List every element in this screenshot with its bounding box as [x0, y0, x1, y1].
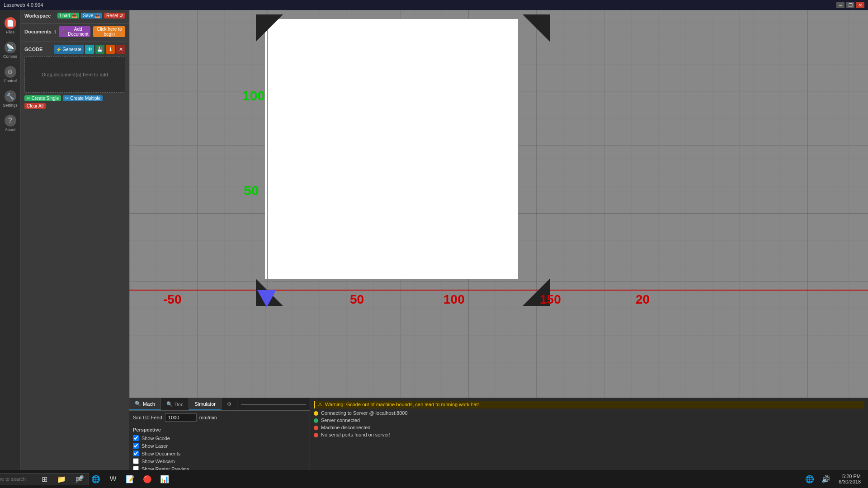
window-controls: – ❐ ✕ [836, 2, 864, 8]
tab-sim-icon[interactable]: ⚙ [222, 398, 237, 410]
drag-drop-area: Drag document(s) here to add [24, 56, 125, 93]
sidebar-item-files[interactable]: 📄 Files [0, 14, 21, 38]
gcode-icon-btn-3[interactable]: ⬇ [106, 45, 115, 54]
show-gcode-label: Show Gcode [142, 436, 170, 441]
warning-icon: ⚠ [318, 402, 322, 408]
show-webcam-row: Show Webcam [133, 457, 306, 465]
status-text-machine: Machine disconnected [321, 425, 370, 430]
show-laser-label: Show Laser [142, 443, 168, 449]
gcode-action-buttons: ✂ Create Single ✂ Create Multiple Clear … [24, 95, 125, 109]
status-dot-serial [314, 433, 318, 437]
sim-settings-icon: ⚙ [227, 401, 231, 407]
about-icon: ? [5, 115, 16, 127]
click-here-button[interactable]: Click here to begin [93, 26, 125, 37]
taskbar-clock: 5:20 PM 6/30/2018 [835, 474, 864, 484]
svg-text:150: 150 [540, 292, 561, 306]
status-text-serial: No serial ports found on server! [321, 432, 390, 437]
status-area: ⚠ Warning: Gcode out of machine bounds, … [310, 398, 868, 477]
show-documents-checkbox[interactable] [133, 450, 139, 456]
status-dot-machine [314, 426, 318, 430]
sidebar-item-files-label: Files [6, 30, 14, 34]
create-single-button[interactable]: ✂ Create Single [24, 95, 61, 101]
show-documents-row: Show Documents [133, 450, 306, 457]
workspace-buttons: Load 📥 Save 📤 Reset ↺ [57, 13, 125, 19]
maximize-button[interactable]: ❐ [846, 2, 854, 8]
generate-button[interactable]: ⚡ Generate [54, 45, 84, 54]
files-icon: 📄 [5, 17, 16, 29]
svg-text:20: 20 [636, 292, 650, 306]
tab-mach-label: Mach [143, 401, 155, 407]
left-tab-bar: 🔍 Mach 🔍 Doc Simulator ⚙ [129, 398, 310, 411]
status-warning: ⚠ Warning: Gcode out of machine bounds, … [314, 401, 864, 408]
taskbar-file-explorer[interactable]: 📁 [54, 472, 69, 486]
search-icon-mach: 🔍 [135, 401, 141, 407]
sidebar-item-about-label: About [5, 127, 16, 132]
gcode-title: GCODE [24, 47, 42, 52]
perspective-section: Perspective Show Gcode Show Laser Show D… [129, 424, 310, 475]
tab-doc[interactable]: 🔍 Doc [161, 398, 189, 410]
load-button[interactable]: Load 📥 [57, 13, 79, 19]
sidebar-item-control[interactable]: ⚙ Control [0, 62, 21, 87]
gcode-icon-btn-4[interactable]: ✕ [116, 45, 125, 54]
status-no-serial: No serial ports found on server! [314, 431, 864, 438]
minimize-button[interactable]: – [836, 2, 844, 8]
taskbar-system-icons: 🌐 🔊 5:20 PM 6/30/2018 [802, 472, 864, 486]
workspace-title: Workspace [24, 13, 51, 19]
sidebar-item-comms[interactable]: 📡 Comms [0, 38, 21, 62]
status-dot-connecting [314, 411, 318, 416]
svg-text:50: 50 [244, 183, 259, 198]
add-document-button[interactable]: ➕ ➕ Add Document Add Document [59, 26, 91, 37]
svg-text:-50: -50 [163, 292, 181, 306]
sidebar-item-comms-label: Comms [3, 54, 17, 59]
show-documents-label: Show Documents [142, 451, 180, 456]
clear-all-button[interactable]: Clear All [24, 103, 46, 109]
gcode-icon-btn-1[interactable]: 👁 [85, 45, 94, 54]
gcode-section: GCODE ⚡ Generate 👁 💾 ⬇ ✕ Drag document(s… [21, 42, 129, 112]
svg-text:100: 100 [443, 292, 465, 306]
sim-feed-input[interactable] [165, 413, 197, 422]
search-icon-doc: 🔍 [166, 401, 173, 407]
svg-rect-3 [265, 19, 518, 279]
taskbar-network-icon[interactable]: 🌐 [802, 472, 817, 486]
warning-text: Warning: Gcode out of machine bounds, ca… [325, 402, 479, 407]
gcode-icon-btn-2[interactable]: 💾 [95, 45, 104, 54]
taskbar-other3[interactable]: 📊 [157, 472, 172, 486]
status-text-connecting: Connecting to Server @ localhost:8000 [321, 410, 408, 416]
status-text-connected: Server connected [321, 418, 360, 423]
workspace-section: Workspace Load 📥 Save 📤 Reset ↺ [21, 10, 129, 23]
show-webcam-checkbox[interactable] [133, 458, 139, 464]
taskbar-date-text: 6/30/2018 [839, 479, 861, 484]
taskbar-word[interactable]: W [106, 472, 120, 486]
taskbar-search-area[interactable]: 🔍 🎤 [20, 472, 34, 486]
taskbar-email[interactable]: ✉ [71, 472, 86, 486]
control-icon: ⚙ [5, 66, 16, 78]
close-button[interactable]: ✕ [856, 2, 864, 8]
create-multiple-button[interactable]: ✂ Create Multiple [63, 95, 103, 101]
taskbar-other1[interactable]: 📝 [123, 472, 137, 486]
documents-section: Documents ℹ ➕ ➕ Add Document Add Documen… [21, 23, 129, 42]
sidebar: 📄 Files 📡 Comms ⚙ Control 🔧 Settings ? A… [0, 10, 21, 488]
save-button[interactable]: Save 📤 [81, 13, 103, 19]
svg-text:100: 100 [242, 88, 265, 103]
canvas-area[interactable]: 100 50 -50 50 100 150 20 [129, 10, 868, 398]
status-dot-connected [314, 418, 318, 423]
drag-drop-text: Drag document(s) here to add [42, 72, 108, 77]
titlebar: Laserweb 4.0.994 – ❐ ✕ [0, 0, 868, 10]
tab-simulator[interactable]: Simulator [189, 398, 221, 410]
taskbar-volume-icon[interactable]: 🔊 [819, 472, 833, 486]
show-gcode-row: Show Gcode [133, 434, 306, 442]
show-gcode-checkbox[interactable] [133, 435, 139, 441]
show-laser-checkbox[interactable] [133, 443, 139, 449]
taskbar-other2[interactable]: 🔴 [140, 472, 155, 486]
taskbar-task-view[interactable]: ⊞ [37, 472, 52, 486]
documents-title: Documents [24, 29, 52, 34]
status-machine-disconnected: Machine disconnected [314, 424, 864, 431]
sidebar-item-about[interactable]: ? About [0, 111, 21, 136]
add-doc-icon: ➕ [61, 29, 66, 34]
tab-mach[interactable]: 🔍 Mach [129, 398, 161, 410]
sidebar-item-settings[interactable]: 🔧 Settings [0, 87, 21, 111]
taskbar-chrome[interactable]: 🌐 [89, 472, 103, 486]
reset-button[interactable]: Reset ↺ [104, 13, 125, 19]
title-text: Laserweb 4.0.994 [4, 2, 836, 8]
taskbar-time-text: 5:20 PM [839, 474, 861, 479]
